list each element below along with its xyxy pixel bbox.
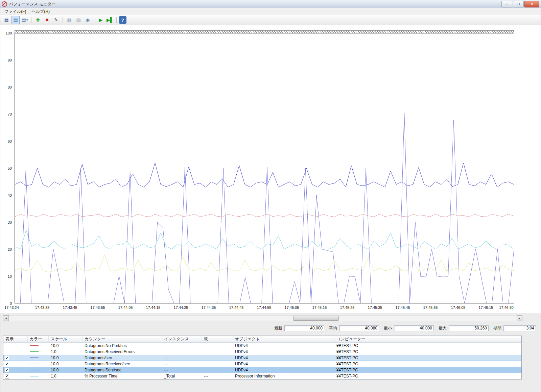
instance-cell: --- xyxy=(162,356,202,360)
show-cell: ✔ xyxy=(3,356,28,360)
instance-cell: --- xyxy=(162,343,202,348)
horizontal-scrollbar[interactable]: ◄ ► xyxy=(3,315,522,321)
dropdown-caret-icon: ▾ xyxy=(26,18,28,22)
perfmon-app-icon xyxy=(2,1,7,7)
help-button[interactable]: ? xyxy=(119,16,126,24)
counter-row[interactable]: ✔10.0Datagrams Received/sec---UDPv4¥¥TES… xyxy=(3,361,521,367)
column-header-2[interactable]: スケール xyxy=(49,336,83,342)
color-swatch xyxy=(30,376,39,376)
show-cell: ✔ xyxy=(3,362,28,366)
titlebar: パフォーマンス モニター — ❐ ✕ xyxy=(0,0,541,8)
column-header-7[interactable]: コンピューター xyxy=(334,336,429,342)
counter-row[interactable]: ✔10.0Datagrams Sent/sec---UDPv4¥¥TEST-PC xyxy=(3,367,521,373)
object-cell: UDPv4 xyxy=(233,362,334,366)
counter-cell: Datagrams Received Errors xyxy=(83,349,162,354)
computer-cell: ¥¥TEST-PC xyxy=(334,362,429,366)
toolbar-separator xyxy=(116,17,117,23)
performance-line-chart xyxy=(15,33,514,303)
properties-button[interactable]: ◉ xyxy=(84,16,92,24)
x-axis-tick: 17:45:35 xyxy=(368,305,382,310)
menu-help[interactable]: ヘルプ(H) xyxy=(29,8,52,15)
update-data-button[interactable]: ▶▌ xyxy=(106,16,114,24)
stat-value-3: 50.260 xyxy=(449,325,489,331)
performance-monitor-window: パフォーマンス モニター — ❐ ✕ ファイル(F) ヘルプ(H) ▦▤▤▾✚✖… xyxy=(0,0,541,392)
object-cell: UDPv4 xyxy=(233,343,334,348)
add-counter-button[interactable]: ✚ xyxy=(34,16,42,24)
scale-cell: 1.0 xyxy=(49,374,83,378)
x-axis-tick: 17:45:55 xyxy=(423,305,438,310)
color-swatch xyxy=(30,364,39,364)
show-checkbox[interactable]: ✔ xyxy=(5,362,9,366)
show-cell xyxy=(3,344,28,348)
x-axis-tick: 17:45:05 xyxy=(285,305,299,310)
x-axis-tick: 17:43:55 xyxy=(91,305,105,310)
scale-cell: 10.0 xyxy=(49,368,83,372)
scale-cell: 10.0 xyxy=(49,362,83,366)
column-header-0[interactable]: 表示 xyxy=(3,336,28,342)
series-datagrams-sent-sec xyxy=(15,113,514,303)
counter-row[interactable]: 10.0Datagrams No Port/sec---UDPv4¥¥TEST-… xyxy=(3,343,521,349)
close-button[interactable]: ✕ xyxy=(524,1,539,7)
menu-file[interactable]: ファイル(F) xyxy=(2,8,29,15)
menubar: ファイル(F) ヘルプ(H) xyxy=(0,8,541,15)
y-axis-tick: 30 xyxy=(0,220,12,224)
counter-row[interactable]: ✔10.0Datagrams/sec---UDPv4¥¥TEST-PC xyxy=(3,355,521,361)
show-checkbox[interactable]: ✔ xyxy=(5,368,9,372)
y-axis-tick: 50 xyxy=(0,166,12,170)
column-header-6[interactable]: オブジェクト xyxy=(233,336,334,342)
stat-label-4: 期間 xyxy=(493,325,501,331)
show-checkbox[interactable] xyxy=(5,350,9,354)
x-axis-tick: 17:46:15 xyxy=(479,305,493,310)
column-header-3[interactable]: カウンター xyxy=(83,336,162,342)
toolbar-separator xyxy=(63,17,63,23)
x-axis-tick: 17:45:15 xyxy=(312,305,327,310)
stat-label-2: 最小 xyxy=(384,325,392,331)
object-cell: UDPv4 xyxy=(233,368,334,372)
counter-cell: Datagrams No Port/sec xyxy=(83,343,162,348)
color-swatch xyxy=(30,351,39,352)
delete-counter-button[interactable]: ✖ xyxy=(43,16,51,24)
minimize-button[interactable]: — xyxy=(501,1,512,7)
resume-button[interactable]: ▶ xyxy=(97,16,105,24)
show-cell: ✔ xyxy=(3,374,28,378)
counter-cell: Datagrams Received/sec xyxy=(83,362,162,366)
column-header-1[interactable]: カラー xyxy=(28,336,49,342)
chart-region: 100908070605040302010017:43:2417:43:3517… xyxy=(0,25,541,313)
counter-cell: % Processor Time xyxy=(83,374,162,378)
instance-cell: _Total xyxy=(162,374,202,378)
paste-counter-list-button[interactable]: ▧ xyxy=(74,16,83,24)
color-cell xyxy=(28,358,49,358)
change-graph-type-button[interactable]: ▤▾ xyxy=(21,16,29,24)
show-cell: ✔ xyxy=(3,368,28,372)
x-axis-tick: 17:44:45 xyxy=(229,305,244,310)
counter-row[interactable]: ✔1.0% Processor Time_Total---Processor I… xyxy=(3,373,521,379)
scrollbar-track[interactable] xyxy=(9,315,517,321)
copy-properties-button[interactable]: ▥ xyxy=(65,16,73,24)
view-current-activity-button[interactable]: ▦ xyxy=(2,16,10,24)
stat-label-1: 平均 xyxy=(329,325,337,331)
table-header-row: 表示カラースケールカウンターインスタンス親オブジェクトコンピューター xyxy=(3,336,521,343)
scrollbar-thumb[interactable] xyxy=(293,316,339,321)
show-checkbox[interactable] xyxy=(5,344,9,348)
y-axis-tick: 10 xyxy=(0,274,12,278)
counter-table: 表示カラースケールカウンターインスタンス親オブジェクトコンピューター 10.0D… xyxy=(3,336,522,379)
color-swatch xyxy=(30,370,39,370)
scroll-left-arrow-icon[interactable]: ◄ xyxy=(3,315,9,321)
column-header-4[interactable]: インスタンス xyxy=(162,336,202,342)
maximize-button[interactable]: ❐ xyxy=(513,1,524,7)
x-axis-tick: 17:43:24 xyxy=(4,305,19,310)
parent-cell: --- xyxy=(202,374,233,378)
view-graph-button[interactable]: ▤ xyxy=(11,16,20,24)
show-checkbox[interactable]: ✔ xyxy=(5,356,9,360)
scroll-right-arrow-icon[interactable]: ► xyxy=(517,315,522,321)
column-header-5[interactable]: 親 xyxy=(202,336,233,342)
scale-cell: 10.0 xyxy=(49,343,83,348)
instance-cell: --- xyxy=(162,362,202,366)
counter-row[interactable]: 1.0Datagrams Received ErrorsUDPv4¥¥TEST-… xyxy=(3,349,521,355)
stats-bar: 最新40.000平均40.080最小40.000最大50.260期間3:04 xyxy=(0,324,536,332)
y-axis-tick: 0 xyxy=(0,301,12,305)
x-axis-tick: 17:44:15 xyxy=(146,305,161,310)
highlight-button[interactable]: ✎ xyxy=(52,16,60,24)
show-checkbox[interactable]: ✔ xyxy=(5,374,9,378)
computer-cell: ¥¥TEST-PC xyxy=(334,343,429,348)
